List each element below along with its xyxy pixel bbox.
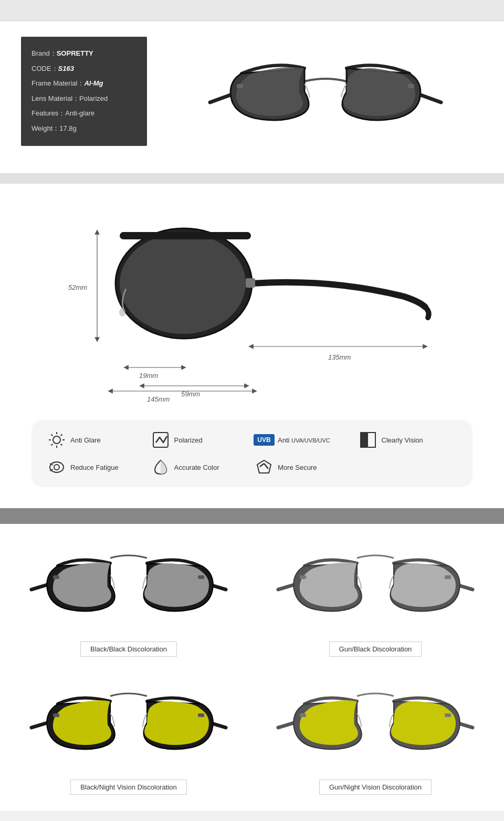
svg-line-26 [61,435,62,436]
weight-value: 17.8g [59,124,77,132]
feature-anti-glare: Anti Glare [47,430,146,449]
anti-uvb-label: Anti UVA/UVB/UVC [278,436,330,444]
svg-line-27 [51,444,53,446]
polarized-icon [151,430,170,449]
lens-row: Lens Material：Polarized [32,91,136,107]
product-header-section: Brand：SOPRETTY CODE：S163 Frame Material：… [0,21,504,173]
svg-rect-44 [300,575,306,579]
anti-glare-icon [47,430,66,449]
svg-rect-45 [445,575,451,579]
section-divider-2 [0,508,504,524]
svg-rect-8 [246,278,255,288]
frame-value: Al-Mg [84,79,103,87]
feature-clearly-vision: Clearly Vision [359,430,457,449]
section-divider-1 [0,173,504,184]
dimension-area: 52mm 135mm 19mm 59mm 145mm [21,199,483,409]
code-label: CODE： [32,65,58,72]
svg-text:52mm: 52mm [68,283,87,291]
features-value: Anti-glare [65,109,94,117]
svg-point-32 [54,465,59,470]
anti-glare-label: Anti Glare [70,436,101,444]
svg-point-5 [120,233,246,334]
svg-point-19 [53,436,60,444]
feature-anti-uvb: UVB Anti UVA/UVB/UVC [255,430,353,449]
weight-label: Weight： [32,124,59,132]
svg-text:19mm: 19mm [139,372,158,380]
clearly-vision-icon [359,430,377,449]
variant-black-black: Black/Black Discoloration [21,540,236,657]
svg-rect-3 [408,84,414,88]
variant-black-night: Black/Night Vision Discoloration [21,678,236,795]
svg-text:145mm: 145mm [147,395,170,403]
lens-label: Lens Material： [32,94,79,102]
polarized-label: Polarized [174,436,203,444]
specs-box: Brand：SOPRETTY CODE：S163 Frame Material：… [21,37,147,146]
variant-gun-black-label: Gun/Black Discoloration [329,641,422,657]
variants-grid: Black/Black Discoloration Gun/Black Disc… [21,540,483,795]
variant-gun-night-svg [276,678,475,772]
svg-rect-48 [53,713,59,717]
svg-marker-35 [257,460,271,473]
brand-value: SOPRETTY [57,49,93,57]
variant-gun-night-label: Gun/Night Vision Discoloration [319,780,432,795]
frame-row: Frame Material：Al-Mg [32,76,136,91]
features-box: Anti Glare Polarized UVB Anti UVA/UVB/UV… [32,420,472,487]
svg-rect-49 [198,713,204,717]
accurate-color-label: Accurate Color [174,464,219,471]
variant-black-night-svg [29,678,228,772]
code-value: S163 [58,65,74,72]
svg-rect-2 [237,84,243,88]
dimensions-section: 52mm 135mm 19mm 59mm 145mm Anti Glare [0,184,504,508]
more-secure-icon [255,458,274,477]
svg-text:135mm: 135mm [328,353,351,361]
top-bar [0,0,504,21]
svg-rect-41 [198,575,204,579]
feature-polarized: Polarized [151,430,250,449]
svg-point-7 [119,308,125,317]
svg-rect-6 [120,232,251,239]
glasses-dimension-svg: 52mm 135mm 19mm 59mm 145mm [37,205,467,404]
reduce-fatigue-label: Reduce Fatigue [70,464,119,471]
variant-black-black-label: Black/Black Discoloration [80,641,177,657]
variant-gun-night: Gun/Night Vision Discoloration [268,678,483,795]
variant-gun-black: Gun/Black Discoloration [268,540,483,657]
uvb-icon: UVB [255,430,274,449]
lens-value: Polarized [79,94,108,102]
accurate-color-icon [151,458,170,477]
feature-more-secure: More Secure [255,458,353,477]
variant-gun-black-svg [276,540,475,634]
reduce-fatigue-icon [47,458,66,477]
svg-line-24 [51,435,53,436]
glasses-front-image [168,37,483,157]
features-row: Features：Anti-glare [32,106,136,121]
frame-label: Frame Material： [32,79,84,87]
svg-line-37 [260,464,264,467]
svg-rect-30 [361,433,368,447]
svg-line-25 [61,444,62,446]
svg-point-31 [50,462,64,472]
variant-black-black-svg [29,540,228,634]
svg-rect-53 [445,713,451,717]
variants-section: Black/Black Discoloration Gun/Black Disc… [0,524,504,811]
svg-rect-40 [53,575,59,579]
brand-row: Brand：SOPRETTY [32,46,136,61]
code-row: CODE：S163 [32,61,136,77]
features-label: Features： [32,109,65,117]
svg-rect-52 [300,713,306,717]
more-secure-label: More Secure [278,464,317,471]
svg-line-36 [264,464,268,469]
variant-black-night-label: Black/Night Vision Discoloration [70,780,186,795]
weight-row: Weight：17.8g [32,121,136,136]
feature-accurate-color: Accurate Color [151,458,250,477]
glasses-front-svg [207,37,444,157]
clearly-vision-label: Clearly Vision [382,436,423,444]
feature-reduce-fatigue: Reduce Fatigue [47,458,146,477]
brand-label: Brand： [32,49,57,57]
